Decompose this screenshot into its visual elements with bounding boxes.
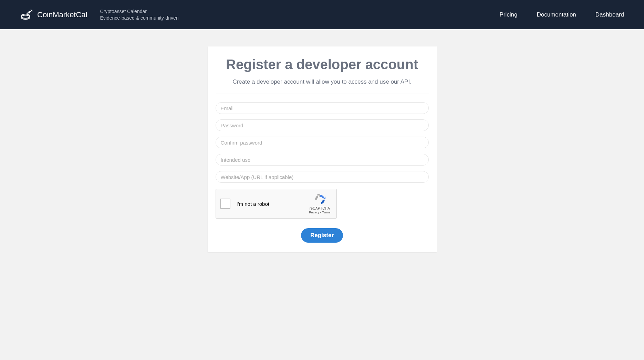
tagline-top: Cryptoasset Calendar bbox=[100, 8, 179, 14]
logo-text: CoinMarketCal bbox=[37, 10, 87, 19]
card-divider bbox=[216, 94, 429, 94]
main: Register a developer account Create a de… bbox=[0, 29, 644, 252]
page-subtitle: Create a developer account will allow yo… bbox=[216, 78, 429, 85]
recaptcha-checkbox[interactable] bbox=[220, 199, 230, 209]
recaptcha-label: I'm not a robot bbox=[237, 201, 269, 207]
recaptcha-widget: I'm not a robot reCAPTCHA Privacy - Term… bbox=[216, 189, 337, 219]
logo-icon bbox=[20, 9, 34, 20]
recaptcha-right: reCAPTCHA Privacy - Terms bbox=[308, 193, 332, 214]
register-button-wrap: Register bbox=[216, 228, 429, 243]
recaptcha-icon bbox=[314, 193, 326, 206]
header-left: CoinMarketCal Cryptoasset Calendar Evide… bbox=[20, 7, 179, 22]
nav-pricing[interactable]: Pricing bbox=[500, 11, 518, 18]
email-field[interactable] bbox=[216, 102, 429, 114]
recaptcha-privacy-link[interactable]: Privacy bbox=[309, 211, 320, 214]
recaptcha-links: Privacy - Terms bbox=[309, 211, 331, 214]
website-field[interactable] bbox=[216, 171, 429, 183]
header-divider bbox=[94, 7, 94, 22]
svg-point-1 bbox=[21, 14, 30, 18]
password-field[interactable] bbox=[216, 119, 429, 131]
tagline-bottom: Evidence-based & community-driven bbox=[100, 15, 179, 21]
header: CoinMarketCal Cryptoasset Calendar Evide… bbox=[0, 0, 644, 29]
svg-point-0 bbox=[21, 15, 30, 19]
register-button[interactable]: Register bbox=[301, 228, 343, 243]
recaptcha-brand: reCAPTCHA bbox=[310, 207, 330, 210]
logo-link[interactable]: CoinMarketCal bbox=[20, 9, 87, 20]
recaptcha-terms-link[interactable]: Terms bbox=[322, 211, 331, 214]
page-title: Register a developer account bbox=[216, 57, 429, 72]
tagline: Cryptoasset Calendar Evidence-based & co… bbox=[100, 8, 179, 21]
register-card: Register a developer account Create a de… bbox=[208, 46, 437, 252]
nav: Pricing Documentation Dashboard bbox=[500, 11, 624, 18]
confirm-password-field[interactable] bbox=[216, 137, 429, 148]
nav-dashboard[interactable]: Dashboard bbox=[595, 11, 624, 18]
intended-use-field[interactable] bbox=[216, 154, 429, 166]
nav-documentation[interactable]: Documentation bbox=[537, 11, 576, 18]
